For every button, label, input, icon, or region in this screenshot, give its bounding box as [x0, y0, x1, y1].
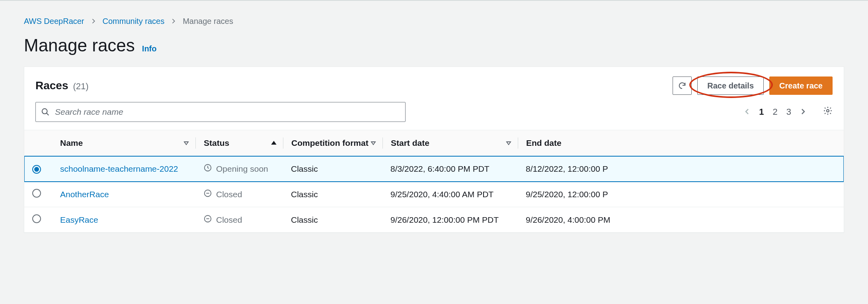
- panel-count: (21): [73, 81, 89, 92]
- format-cell: Classic: [283, 182, 382, 207]
- refresh-icon: [678, 81, 687, 90]
- col-header-label: End date: [526, 138, 562, 148]
- col-header-name[interactable]: Name: [52, 130, 195, 156]
- minus-icon: [203, 214, 212, 225]
- status-cell: Closed: [195, 207, 283, 233]
- start-date-cell: 9/25/2020, 4:40:00 AM PDT: [382, 182, 518, 207]
- row-select-cell[interactable]: [24, 182, 52, 207]
- table-row[interactable]: AnotherRace Closed Classic 9/25/2020, 4:…: [24, 182, 844, 207]
- col-header-end[interactable]: End date: [518, 130, 844, 156]
- race-name-link[interactable]: EasyRace: [52, 207, 195, 233]
- breadcrumb-current: Manage races: [183, 17, 233, 26]
- race-name-link[interactable]: AnotherRace: [52, 182, 195, 207]
- status-text: Opening soon: [216, 164, 268, 174]
- chevron-right-icon: [171, 17, 176, 26]
- info-link[interactable]: Info: [142, 44, 157, 53]
- start-date-cell: 9/26/2020, 12:00:00 PM PDT: [382, 207, 518, 233]
- settings-button[interactable]: [823, 106, 833, 118]
- search-wrap: [35, 102, 406, 122]
- page-number[interactable]: 2: [773, 107, 778, 117]
- race-details-button[interactable]: Race details: [697, 76, 764, 95]
- page-prev-button[interactable]: [744, 107, 750, 117]
- status-text: Closed: [216, 190, 242, 199]
- table-row[interactable]: EasyRace Closed Classic 9/26/2020, 12:00…: [24, 207, 844, 233]
- svg-point-0: [42, 109, 47, 114]
- start-date-cell: 8/3/2022, 6:40:00 PM PDT: [382, 156, 518, 182]
- page-number[interactable]: 3: [786, 107, 791, 117]
- col-header-status[interactable]: Status: [195, 130, 283, 156]
- races-table: Name Status Competition format: [24, 130, 844, 233]
- chevron-right-icon: [91, 17, 96, 26]
- search-icon: [41, 108, 50, 116]
- table-row[interactable]: schoolname-teachername-2022 Opening soon…: [24, 156, 844, 182]
- breadcrumb: AWS DeepRacer Community races Manage rac…: [24, 17, 844, 26]
- page-title: Manage races: [24, 35, 135, 55]
- chevron-left-icon: [744, 108, 750, 115]
- status-cell: Closed: [195, 182, 283, 207]
- gear-icon: [823, 106, 833, 116]
- clock-icon: [203, 163, 212, 174]
- sort-asc-icon: [271, 138, 277, 148]
- race-name-link[interactable]: schoolname-teachername-2022: [52, 156, 195, 182]
- end-date-cell: 9/25/2020, 12:00:00 P: [518, 182, 844, 207]
- breadcrumb-root[interactable]: AWS DeepRacer: [24, 17, 84, 26]
- status-cell: Opening soon: [195, 156, 283, 182]
- radio-icon[interactable]: [32, 189, 41, 198]
- col-header-start[interactable]: Start date: [382, 130, 518, 156]
- radio-icon[interactable]: [32, 214, 41, 223]
- format-cell: Classic: [283, 207, 382, 233]
- col-header-label: Start date: [391, 138, 429, 148]
- breadcrumb-community[interactable]: Community races: [103, 17, 165, 26]
- sort-icon: [183, 138, 189, 148]
- radio-icon[interactable]: [32, 165, 41, 174]
- format-cell: Classic: [283, 156, 382, 182]
- row-select-cell[interactable]: [24, 156, 52, 182]
- col-header-label: Competition format: [291, 138, 369, 148]
- status-text: Closed: [216, 215, 242, 225]
- col-header-label: Status: [204, 138, 229, 148]
- sort-icon: [371, 138, 376, 148]
- sort-icon: [506, 138, 511, 148]
- col-header-format[interactable]: Competition format: [283, 130, 382, 156]
- col-header-select: [24, 130, 52, 156]
- svg-point-1: [827, 110, 829, 112]
- minus-icon: [203, 189, 212, 200]
- page-next-button[interactable]: [800, 107, 806, 117]
- end-date-cell: 8/12/2022, 12:00:00 P: [518, 156, 844, 182]
- chevron-right-icon: [800, 108, 806, 115]
- create-race-button[interactable]: Create race: [769, 76, 833, 95]
- refresh-button[interactable]: [673, 76, 692, 95]
- page-number[interactable]: 1: [759, 107, 764, 117]
- end-date-cell: 9/26/2020, 4:00:00 PM: [518, 207, 844, 233]
- row-select-cell[interactable]: [24, 207, 52, 233]
- search-input[interactable]: [35, 102, 406, 122]
- panel-title: Races: [35, 79, 68, 92]
- col-header-label: Name: [60, 138, 83, 148]
- pagination: 1 2 3: [744, 106, 833, 118]
- races-panel: Races (21) Race details Create race: [24, 67, 844, 233]
